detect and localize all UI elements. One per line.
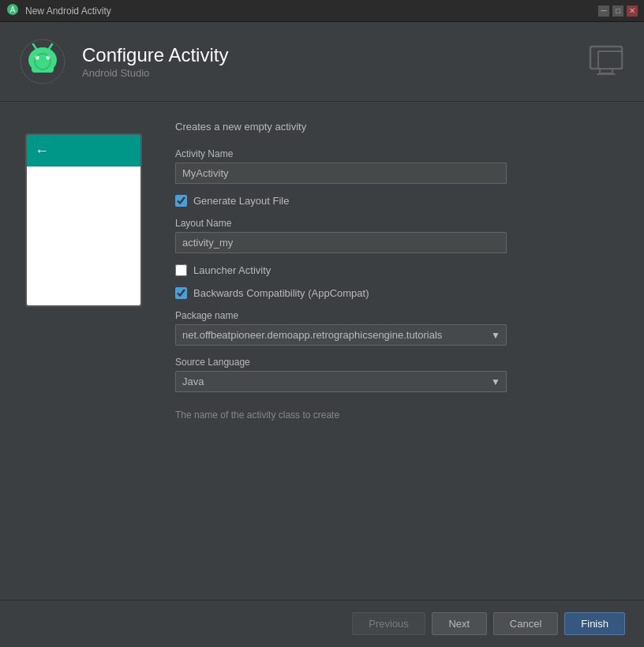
launcher-activity-label[interactable]: Launcher Activity xyxy=(193,264,271,276)
package-name-group: Package name net.offbeatpioneer.demoapp.… xyxy=(175,310,619,346)
layout-name-group: Layout Name xyxy=(175,218,619,253)
phone-mockup: ← xyxy=(25,133,144,582)
launcher-activity-row: Launcher Activity xyxy=(175,264,619,276)
source-language-select[interactable]: Java Kotlin xyxy=(175,371,507,392)
footer: Previous Next Cancel Finish xyxy=(0,600,644,647)
source-language-label: Source Language xyxy=(175,357,619,368)
svg-rect-13 xyxy=(598,51,622,69)
backwards-compat-checkbox[interactable] xyxy=(175,287,187,299)
layout-name-input[interactable] xyxy=(175,232,507,253)
title-bar-title: New Android Activity xyxy=(25,6,592,17)
form-description: Creates a new empty activity xyxy=(175,121,619,133)
package-name-label: Package name xyxy=(175,310,619,321)
layout-name-label: Layout Name xyxy=(175,218,619,229)
svg-rect-12 xyxy=(597,73,616,75)
phone-body xyxy=(27,166,140,307)
svg-text:A: A xyxy=(10,6,16,14)
package-name-select[interactable]: net.offbeatpioneer.demoapp.retrographics… xyxy=(175,324,507,346)
cancel-button[interactable]: Cancel xyxy=(493,612,558,635)
source-language-select-wrapper: Java Kotlin ▼ xyxy=(175,371,507,392)
generate-layout-row: Generate Layout File xyxy=(175,195,619,207)
header-title: Configure Activity xyxy=(82,44,228,67)
title-bar: A New Android Activity ─ □ ✕ xyxy=(0,0,644,22)
generate-layout-label[interactable]: Generate Layout File xyxy=(193,195,289,207)
helper-text: The name of the activity class to create xyxy=(175,410,619,421)
close-button[interactable]: ✕ xyxy=(627,6,638,17)
backwards-compat-label[interactable]: Backwards Compatibility (AppCompat) xyxy=(193,287,369,299)
title-bar-controls: ─ □ ✕ xyxy=(598,6,638,17)
generate-layout-checkbox[interactable] xyxy=(175,195,187,207)
main-content: ← Creates a new empty activity Activity … xyxy=(0,102,644,600)
phone-screen: ← xyxy=(25,133,142,307)
activity-name-group: Activity Name xyxy=(175,148,619,184)
backwards-compat-row: Backwards Compatibility (AppCompat) xyxy=(175,287,619,299)
launcher-activity-checkbox[interactable] xyxy=(175,264,187,276)
header: Configure Activity Android Studio xyxy=(0,22,644,102)
package-name-select-wrapper: net.offbeatpioneer.demoapp.retrographics… xyxy=(175,324,507,346)
activity-name-label: Activity Name xyxy=(175,148,619,159)
header-subtitle: Android Studio xyxy=(82,67,228,79)
activity-name-input[interactable] xyxy=(175,163,507,184)
back-arrow-icon: ← xyxy=(35,143,49,159)
android-studio-logo xyxy=(19,38,66,85)
header-text: Configure Activity Android Studio xyxy=(82,44,228,79)
previous-button[interactable]: Previous xyxy=(352,612,425,635)
form-section: Creates a new empty activity Activity Na… xyxy=(175,121,619,582)
source-language-group: Source Language Java Kotlin ▼ xyxy=(175,357,619,392)
title-bar-icon: A xyxy=(6,3,19,18)
phone-topbar: ← xyxy=(27,135,140,166)
monitor-icon xyxy=(587,42,625,82)
maximize-button[interactable]: □ xyxy=(612,6,623,17)
finish-button[interactable]: Finish xyxy=(564,612,625,635)
minimize-button[interactable]: ─ xyxy=(598,6,609,17)
next-button[interactable]: Next xyxy=(432,612,487,635)
